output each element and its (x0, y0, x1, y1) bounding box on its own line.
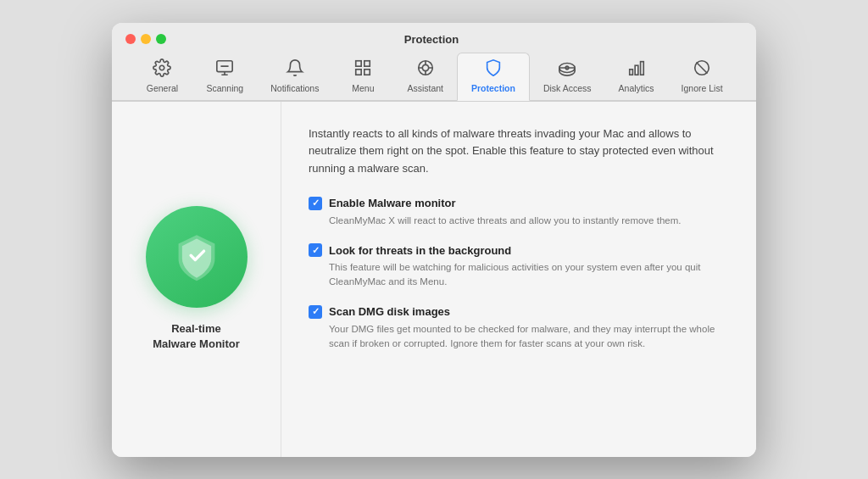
maximize-button[interactable] (156, 34, 166, 44)
tab-disk-access[interactable]: Disk Access (530, 53, 605, 100)
svg-rect-6 (364, 60, 370, 65)
tab-disk-access-label: Disk Access (543, 83, 592, 93)
scanning-icon (215, 58, 234, 80)
assistant-icon (416, 58, 435, 80)
description-text: Instantly reacts to all kinds of malware… (309, 125, 729, 178)
scan-dmg-title: Scan DMG disk images (329, 305, 450, 318)
svg-rect-8 (364, 69, 370, 74)
main-content-area: Real-time Malware Monitor Instantly reac… (112, 101, 756, 457)
svg-rect-19 (635, 65, 638, 75)
close-button[interactable] (125, 34, 136, 44)
bell-icon (286, 58, 304, 80)
svg-line-22 (697, 62, 708, 73)
look-for-threats-description: This feature will be watching for malici… (329, 260, 729, 290)
protection-icon (484, 58, 503, 80)
enable-malware-title: Enable Malware monitor (329, 197, 456, 209)
enable-malware-description: CleanMyMac X will react to active threat… (329, 214, 729, 228)
svg-rect-20 (640, 61, 643, 75)
scan-dmg-description: Your DMG files get mounted to be checked… (329, 322, 729, 352)
tab-analytics[interactable]: Analytics (605, 53, 668, 100)
shield-svg-icon (171, 231, 222, 282)
option-enable-malware: Enable Malware monitor CleanMyMac X will… (309, 197, 729, 228)
look-for-threats-checkbox[interactable] (309, 243, 322, 257)
option-look-for-threats: Look for threats in the background This … (309, 243, 729, 290)
option-scan-dmg: Scan DMG disk images Your DMG files get … (309, 305, 729, 352)
app-window: Protection General (112, 23, 756, 457)
option-enable-malware-header: Enable Malware monitor (309, 197, 729, 210)
tab-assistant-label: Assistant (407, 83, 443, 93)
tab-menu-label: Menu (352, 83, 374, 93)
tab-ignore-list[interactable]: Ignore List (668, 53, 737, 100)
sidebar-title: Real-time Malware Monitor (153, 321, 240, 352)
tab-scanning[interactable]: Scanning (192, 53, 257, 100)
svg-rect-18 (629, 69, 632, 74)
disk-icon (558, 58, 576, 80)
traffic-lights (125, 34, 166, 44)
tab-assistant[interactable]: Assistant (393, 53, 457, 100)
sidebar: Real-time Malware Monitor (112, 102, 281, 457)
analytics-icon (627, 58, 646, 80)
svg-rect-7 (356, 69, 361, 74)
right-panel: Instantly reacts to all kinds of malware… (281, 102, 756, 457)
gear-icon (153, 58, 171, 80)
tab-notifications-label: Notifications (270, 83, 319, 93)
tab-analytics-label: Analytics (619, 83, 654, 93)
tab-menu[interactable]: Menu (332, 53, 393, 100)
window-title: Protection (166, 33, 697, 46)
svg-rect-5 (356, 60, 361, 65)
tab-notifications[interactable]: Notifications (257, 53, 332, 100)
shield-circle (146, 206, 248, 308)
tab-ignore-list-label: Ignore List (682, 83, 723, 93)
look-for-threats-title: Look for threats in the background (329, 244, 511, 257)
svg-point-10 (422, 64, 428, 70)
menu-icon (353, 58, 372, 80)
title-bar-top: Protection (125, 33, 743, 46)
option-scan-dmg-header: Scan DMG disk images (309, 305, 729, 319)
option-look-for-threats-header: Look for threats in the background (309, 243, 729, 257)
enable-malware-checkbox[interactable] (309, 197, 322, 210)
title-bar: Protection General (112, 23, 756, 101)
toolbar: General Scanning (131, 53, 736, 100)
scan-dmg-checkbox[interactable] (309, 305, 322, 319)
tab-general[interactable]: General (131, 53, 192, 100)
tab-protection-label: Protection (471, 83, 515, 93)
tab-scanning-label: Scanning (206, 83, 243, 93)
tab-protection[interactable]: Protection (457, 53, 530, 101)
tab-general-label: General (147, 83, 178, 93)
svg-point-0 (160, 65, 165, 70)
minimize-button[interactable] (141, 34, 151, 44)
ignore-icon (693, 58, 711, 80)
